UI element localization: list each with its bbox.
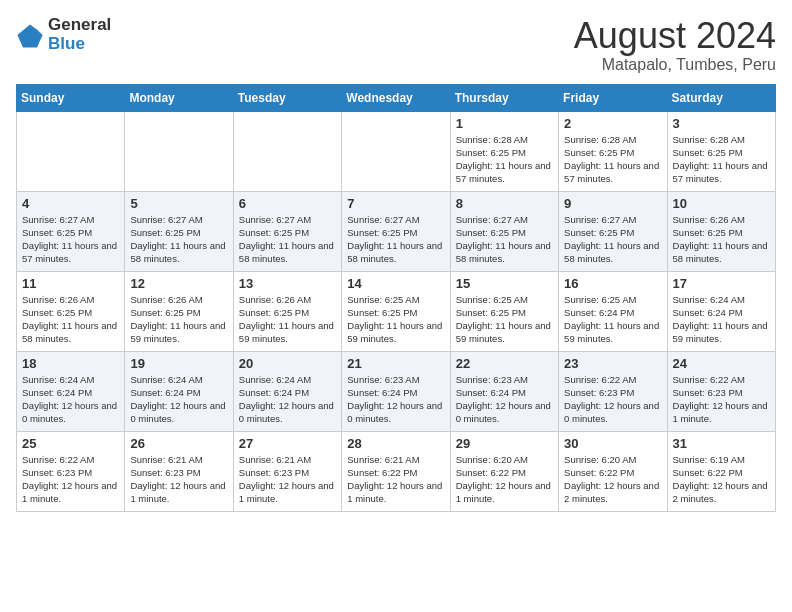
header-tuesday: Tuesday <box>233 84 341 111</box>
day-info: Sunrise: 6:27 AM Sunset: 6:25 PM Dayligh… <box>347 213 444 266</box>
day-number: 6 <box>239 196 336 211</box>
month-title: August 2024 <box>574 16 776 56</box>
calendar-cell: 13Sunrise: 6:26 AM Sunset: 6:25 PM Dayli… <box>233 271 341 351</box>
day-info: Sunrise: 6:23 AM Sunset: 6:24 PM Dayligh… <box>347 373 444 426</box>
day-info: Sunrise: 6:24 AM Sunset: 6:24 PM Dayligh… <box>239 373 336 426</box>
day-info: Sunrise: 6:27 AM Sunset: 6:25 PM Dayligh… <box>239 213 336 266</box>
calendar-table: SundayMondayTuesdayWednesdayThursdayFrid… <box>16 84 776 512</box>
calendar-cell: 3Sunrise: 6:28 AM Sunset: 6:25 PM Daylig… <box>667 111 775 191</box>
calendar-header-row: SundayMondayTuesdayWednesdayThursdayFrid… <box>17 84 776 111</box>
day-info: Sunrise: 6:26 AM Sunset: 6:25 PM Dayligh… <box>239 293 336 346</box>
header-wednesday: Wednesday <box>342 84 450 111</box>
day-number: 16 <box>564 276 661 291</box>
day-info: Sunrise: 6:27 AM Sunset: 6:25 PM Dayligh… <box>130 213 227 266</box>
day-number: 4 <box>22 196 119 211</box>
day-info: Sunrise: 6:19 AM Sunset: 6:22 PM Dayligh… <box>673 453 770 506</box>
calendar-cell: 21Sunrise: 6:23 AM Sunset: 6:24 PM Dayli… <box>342 351 450 431</box>
day-number: 1 <box>456 116 553 131</box>
calendar-cell: 12Sunrise: 6:26 AM Sunset: 6:25 PM Dayli… <box>125 271 233 351</box>
day-number: 31 <box>673 436 770 451</box>
day-info: Sunrise: 6:21 AM Sunset: 6:22 PM Dayligh… <box>347 453 444 506</box>
calendar-cell: 28Sunrise: 6:21 AM Sunset: 6:22 PM Dayli… <box>342 431 450 511</box>
calendar-week-0: 1Sunrise: 6:28 AM Sunset: 6:25 PM Daylig… <box>17 111 776 191</box>
day-number: 19 <box>130 356 227 371</box>
calendar-cell: 23Sunrise: 6:22 AM Sunset: 6:23 PM Dayli… <box>559 351 667 431</box>
day-info: Sunrise: 6:22 AM Sunset: 6:23 PM Dayligh… <box>673 373 770 426</box>
day-number: 3 <box>673 116 770 131</box>
day-info: Sunrise: 6:22 AM Sunset: 6:23 PM Dayligh… <box>22 453 119 506</box>
calendar-cell: 2Sunrise: 6:28 AM Sunset: 6:25 PM Daylig… <box>559 111 667 191</box>
day-number: 28 <box>347 436 444 451</box>
calendar-week-4: 25Sunrise: 6:22 AM Sunset: 6:23 PM Dayli… <box>17 431 776 511</box>
calendar-cell: 30Sunrise: 6:20 AM Sunset: 6:22 PM Dayli… <box>559 431 667 511</box>
day-info: Sunrise: 6:20 AM Sunset: 6:22 PM Dayligh… <box>564 453 661 506</box>
svg-marker-0 <box>17 24 42 47</box>
calendar-cell: 10Sunrise: 6:26 AM Sunset: 6:25 PM Dayli… <box>667 191 775 271</box>
day-number: 29 <box>456 436 553 451</box>
day-info: Sunrise: 6:28 AM Sunset: 6:25 PM Dayligh… <box>673 133 770 186</box>
day-info: Sunrise: 6:25 AM Sunset: 6:25 PM Dayligh… <box>347 293 444 346</box>
day-number: 9 <box>564 196 661 211</box>
calendar-cell <box>342 111 450 191</box>
day-info: Sunrise: 6:24 AM Sunset: 6:24 PM Dayligh… <box>22 373 119 426</box>
header-saturday: Saturday <box>667 84 775 111</box>
day-info: Sunrise: 6:23 AM Sunset: 6:24 PM Dayligh… <box>456 373 553 426</box>
day-info: Sunrise: 6:24 AM Sunset: 6:24 PM Dayligh… <box>130 373 227 426</box>
day-info: Sunrise: 6:22 AM Sunset: 6:23 PM Dayligh… <box>564 373 661 426</box>
day-number: 21 <box>347 356 444 371</box>
day-number: 25 <box>22 436 119 451</box>
calendar-cell: 15Sunrise: 6:25 AM Sunset: 6:25 PM Dayli… <box>450 271 558 351</box>
calendar-cell: 25Sunrise: 6:22 AM Sunset: 6:23 PM Dayli… <box>17 431 125 511</box>
header-sunday: Sunday <box>17 84 125 111</box>
logo: General Blue <box>16 16 111 53</box>
day-info: Sunrise: 6:20 AM Sunset: 6:22 PM Dayligh… <box>456 453 553 506</box>
day-info: Sunrise: 6:28 AM Sunset: 6:25 PM Dayligh… <box>564 133 661 186</box>
calendar-cell: 5Sunrise: 6:27 AM Sunset: 6:25 PM Daylig… <box>125 191 233 271</box>
calendar-cell: 1Sunrise: 6:28 AM Sunset: 6:25 PM Daylig… <box>450 111 558 191</box>
logo-blue: Blue <box>48 35 111 54</box>
day-number: 30 <box>564 436 661 451</box>
header-monday: Monday <box>125 84 233 111</box>
day-info: Sunrise: 6:25 AM Sunset: 6:24 PM Dayligh… <box>564 293 661 346</box>
day-info: Sunrise: 6:26 AM Sunset: 6:25 PM Dayligh… <box>130 293 227 346</box>
day-number: 13 <box>239 276 336 291</box>
calendar-cell: 22Sunrise: 6:23 AM Sunset: 6:24 PM Dayli… <box>450 351 558 431</box>
header-thursday: Thursday <box>450 84 558 111</box>
day-number: 12 <box>130 276 227 291</box>
day-number: 11 <box>22 276 119 291</box>
calendar-cell <box>17 111 125 191</box>
day-number: 14 <box>347 276 444 291</box>
day-number: 15 <box>456 276 553 291</box>
calendar-cell: 14Sunrise: 6:25 AM Sunset: 6:25 PM Dayli… <box>342 271 450 351</box>
day-info: Sunrise: 6:28 AM Sunset: 6:25 PM Dayligh… <box>456 133 553 186</box>
calendar-cell: 9Sunrise: 6:27 AM Sunset: 6:25 PM Daylig… <box>559 191 667 271</box>
calendar-cell: 7Sunrise: 6:27 AM Sunset: 6:25 PM Daylig… <box>342 191 450 271</box>
day-info: Sunrise: 6:27 AM Sunset: 6:25 PM Dayligh… <box>22 213 119 266</box>
day-info: Sunrise: 6:21 AM Sunset: 6:23 PM Dayligh… <box>130 453 227 506</box>
day-info: Sunrise: 6:27 AM Sunset: 6:25 PM Dayligh… <box>456 213 553 266</box>
calendar-week-2: 11Sunrise: 6:26 AM Sunset: 6:25 PM Dayli… <box>17 271 776 351</box>
logo-icon <box>16 21 44 49</box>
day-number: 8 <box>456 196 553 211</box>
location-title: Matapalo, Tumbes, Peru <box>574 56 776 74</box>
day-number: 20 <box>239 356 336 371</box>
day-number: 22 <box>456 356 553 371</box>
day-info: Sunrise: 6:26 AM Sunset: 6:25 PM Dayligh… <box>22 293 119 346</box>
calendar-cell <box>233 111 341 191</box>
calendar-cell: 26Sunrise: 6:21 AM Sunset: 6:23 PM Dayli… <box>125 431 233 511</box>
calendar-cell: 16Sunrise: 6:25 AM Sunset: 6:24 PM Dayli… <box>559 271 667 351</box>
day-number: 24 <box>673 356 770 371</box>
day-number: 26 <box>130 436 227 451</box>
calendar-cell: 31Sunrise: 6:19 AM Sunset: 6:22 PM Dayli… <box>667 431 775 511</box>
calendar-cell: 8Sunrise: 6:27 AM Sunset: 6:25 PM Daylig… <box>450 191 558 271</box>
calendar-cell <box>125 111 233 191</box>
calendar-week-1: 4Sunrise: 6:27 AM Sunset: 6:25 PM Daylig… <box>17 191 776 271</box>
day-number: 23 <box>564 356 661 371</box>
calendar-cell: 24Sunrise: 6:22 AM Sunset: 6:23 PM Dayli… <box>667 351 775 431</box>
title-area: August 2024 Matapalo, Tumbes, Peru <box>574 16 776 74</box>
calendar-week-3: 18Sunrise: 6:24 AM Sunset: 6:24 PM Dayli… <box>17 351 776 431</box>
calendar-cell: 4Sunrise: 6:27 AM Sunset: 6:25 PM Daylig… <box>17 191 125 271</box>
calendar-cell: 20Sunrise: 6:24 AM Sunset: 6:24 PM Dayli… <box>233 351 341 431</box>
calendar-cell: 27Sunrise: 6:21 AM Sunset: 6:23 PM Dayli… <box>233 431 341 511</box>
day-info: Sunrise: 6:26 AM Sunset: 6:25 PM Dayligh… <box>673 213 770 266</box>
